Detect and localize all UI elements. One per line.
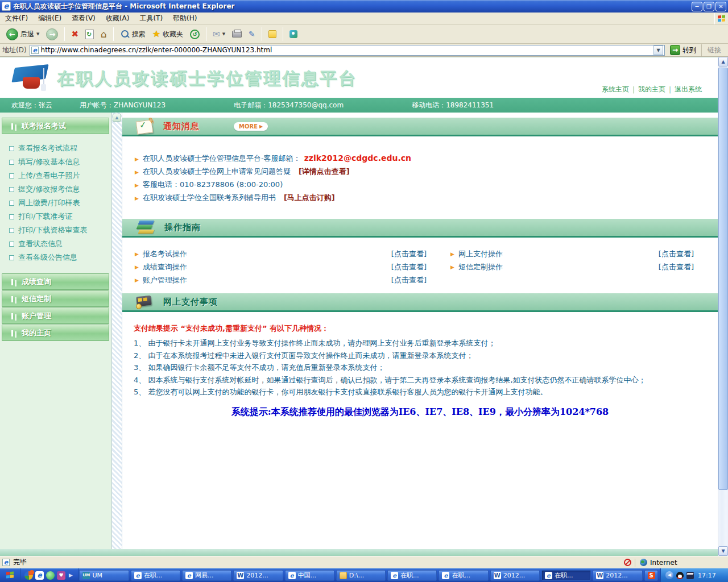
- nav-my-home[interactable]: 我的主页: [638, 85, 665, 94]
- edit-icon: ✎: [249, 30, 255, 39]
- menu-edit[interactable]: 编辑(E): [33, 13, 67, 24]
- task-button-ie-active[interactable]: e 在职...: [541, 570, 591, 581]
- task-button-ie[interactable]: e 在职...: [439, 570, 488, 581]
- sidebar-item-admission-ticket[interactable]: 打印/下载准考证: [0, 210, 111, 223]
- nav-system-home[interactable]: 系统主页: [602, 85, 629, 94]
- task-button-folder[interactable]: D:\...: [336, 570, 386, 581]
- sogou-browser-icon[interactable]: [24, 571, 33, 580]
- address-input[interactable]: e http://www.chinadegrees.cn/zzlk/enter-…: [30, 45, 665, 56]
- history-button[interactable]: ↺: [187, 28, 202, 40]
- support-email-link[interactable]: zzlk2012@cdgdc.edu.cn: [304, 153, 411, 163]
- menu-help[interactable]: 帮助(H): [168, 13, 202, 24]
- messenger-button[interactable]: [287, 29, 300, 39]
- bullet-icon: ▶: [135, 277, 139, 283]
- menu-view[interactable]: 查看(V): [67, 13, 101, 24]
- scroll-down-icon[interactable]: ▼: [718, 546, 728, 556]
- minimize-button[interactable]: ─: [692, 2, 702, 11]
- quicklaunch-expand-icon[interactable]: ▶: [68, 572, 74, 578]
- print-button[interactable]: [229, 30, 245, 39]
- stop-button[interactable]: ✖: [68, 28, 81, 40]
- system-hint: 系统提示:本系统推荐使用的最佳浏览器为IE6、IE7、IE8、IE9，最小分辨率…: [134, 406, 706, 418]
- search-button[interactable]: 搜索: [117, 28, 148, 40]
- favorites-button[interactable]: ★ 收藏夹: [150, 28, 186, 40]
- sidebar-item-qualification-form[interactable]: 打印/下载资格审查表: [0, 223, 111, 237]
- clock: 17:17: [698, 572, 716, 579]
- notice-text: 在职人员攻读硕士学位网上申请常见问题答疑: [143, 167, 291, 176]
- photo-app-icon[interactable]: ♥: [57, 571, 65, 580]
- system-tray: ◀ 17:17: [660, 568, 728, 582]
- sidebar-section-exam[interactable]: 联考报名考试: [2, 118, 109, 134]
- more-button[interactable]: MORE ▶: [234, 122, 268, 131]
- page-icon: e: [31, 47, 39, 54]
- close-button[interactable]: ✕: [715, 2, 726, 11]
- guide-label: 网上支付操作: [458, 249, 503, 259]
- guide-view-link[interactable]: [点击查看]: [391, 249, 427, 259]
- ie-quicklaunch-icon[interactable]: e: [35, 571, 44, 580]
- forward-button[interactable]: →: [43, 27, 61, 41]
- sogou-input-button[interactable]: S: [644, 570, 658, 581]
- task-label: 网易...: [195, 571, 214, 580]
- task-button-ie[interactable]: e 在职...: [387, 570, 437, 581]
- history-icon: ↺: [190, 30, 200, 39]
- mail-dropdown-icon[interactable]: ▼: [222, 32, 225, 36]
- sidebar-splitter[interactable]: ▲: [111, 113, 122, 549]
- faq-detail-link[interactable]: [详情点击查看]: [299, 167, 350, 176]
- collapse-sidebar-icon[interactable]: ▲: [113, 114, 121, 122]
- links-menu[interactable]: 链接: [701, 44, 726, 56]
- guide-view-link[interactable]: [点击查看]: [659, 249, 694, 259]
- windows-logo-icon: [714, 13, 728, 24]
- notice-item: ▶ 客服电话：010-82378806 (8:00-20:00): [135, 180, 718, 190]
- go-button[interactable]: → 转到: [668, 45, 698, 55]
- sidebar-item-apply-info[interactable]: 提交/修改报考信息: [0, 182, 111, 196]
- menu-tools[interactable]: 工具(T): [134, 13, 168, 24]
- scrollbar-track[interactable]: [718, 66, 728, 546]
- home-button[interactable]: ⌂: [98, 28, 110, 40]
- back-button[interactable]: ← 后退 ▼: [3, 27, 42, 41]
- menu-favorites[interactable]: 收藏(A): [101, 13, 135, 24]
- site-banner: 在职人员攻读硕士学位管理信息平台 系统主页 | 我的主页 | 退出系统: [0, 57, 718, 98]
- task-button-word[interactable]: W 2012...: [593, 570, 642, 581]
- restore-button[interactable]: ❐: [704, 2, 714, 11]
- sidebar-section-myhome[interactable]: 我的主页: [2, 325, 109, 341]
- notes-button[interactable]: [266, 29, 279, 39]
- vertical-scrollbar[interactable]: ▲ ▼: [718, 57, 728, 556]
- notice-section-header: ✎ 通知消息 MORE ▶: [122, 118, 718, 136]
- qq-tray-icon[interactable]: [676, 572, 684, 579]
- order-books-link[interactable]: [马上点击订购]: [284, 193, 335, 202]
- sidebar-section-account[interactable]: 账户管理: [2, 307, 109, 324]
- nav-logout[interactable]: 退出系统: [675, 85, 702, 94]
- safety-tool-icon[interactable]: [46, 571, 55, 580]
- address-url[interactable]: http://www.chinadegrees.cn/zzlk/enter-00…: [41, 46, 651, 54]
- bullet-icon: ▶: [135, 194, 139, 203]
- mail-button[interactable]: ✉ ▼: [210, 28, 228, 40]
- tray-collapse-icon[interactable]: ◀: [665, 571, 673, 579]
- task-button-word[interactable]: W 2012...: [233, 570, 283, 581]
- security-zone: Internet: [635, 559, 726, 567]
- refresh-button[interactable]: [82, 28, 97, 40]
- guide-view-link[interactable]: [点击查看]: [391, 275, 427, 285]
- sidebar-item-exam-flow[interactable]: 查看报名考试流程: [0, 142, 111, 155]
- menu-file[interactable]: 文件(F): [0, 13, 33, 24]
- sidebar-item-basic-info[interactable]: 填写/修改基本信息: [0, 155, 111, 169]
- edit-button[interactable]: ✎: [246, 28, 258, 40]
- back-dropdown-icon[interactable]: ▼: [36, 32, 39, 36]
- guide-view-link[interactable]: [点击查看]: [659, 262, 694, 272]
- sidebar-section-scores[interactable]: 成绩查询: [2, 273, 109, 290]
- sidebar-item-status-info[interactable]: 查看状态信息: [0, 237, 111, 251]
- bullet-icon: ▶: [135, 264, 139, 270]
- sidebar-item-photo[interactable]: 上传/查看电子照片: [0, 169, 111, 182]
- task-button-ie[interactable]: e 在职...: [131, 570, 180, 581]
- task-button-um[interactable]: UM UM: [79, 570, 129, 581]
- degree-app-tray-icon[interactable]: [686, 572, 694, 579]
- guide-view-link[interactable]: [点击查看]: [391, 262, 427, 272]
- scroll-up-icon[interactable]: ▲: [718, 57, 728, 66]
- sidebar-section-sms[interactable]: 短信定制: [2, 290, 109, 307]
- sidebar-item-pay-print[interactable]: 网上缴费/打印样表: [0, 196, 111, 210]
- task-button-word[interactable]: W 2012...: [490, 570, 540, 581]
- task-button-ie[interactable]: e 中国...: [285, 570, 334, 581]
- task-button-ie[interactable]: e 网易...: [182, 570, 231, 581]
- address-dropdown-icon[interactable]: ▼: [653, 45, 663, 55]
- start-button[interactable]: [0, 568, 20, 582]
- sidebar-item-announcements[interactable]: 查看各级公告信息: [0, 251, 111, 264]
- scrollbar-thumb[interactable]: [718, 68, 728, 490]
